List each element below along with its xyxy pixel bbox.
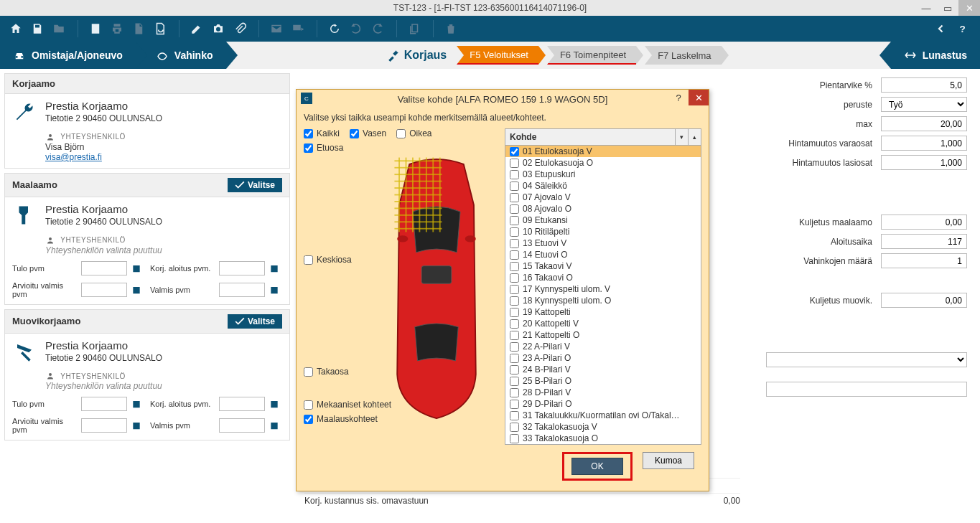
date-aloitus-input[interactable] xyxy=(219,261,265,275)
list-header-dropdown[interactable]: ▾ xyxy=(675,129,688,145)
dialog-close-button[interactable]: ✕ xyxy=(689,90,709,105)
car-diagram[interactable] xyxy=(375,143,498,437)
target-item[interactable]: 24 B-Pilari V xyxy=(505,364,701,375)
target-item[interactable]: 20 Kattopelti V xyxy=(505,318,701,329)
step-f7-calculation[interactable]: F7 Laskelma xyxy=(645,46,721,65)
calendar-icon[interactable] xyxy=(268,262,281,275)
date-aloitus-input-2[interactable] xyxy=(219,397,265,411)
target-checkbox[interactable] xyxy=(510,365,519,374)
vahinkojen-maara-input[interactable] xyxy=(881,253,967,268)
target-item[interactable]: 25 B-Pilari O xyxy=(505,375,701,387)
target-checkbox[interactable] xyxy=(510,342,519,352)
target-item[interactable]: 15 Takaovi V xyxy=(505,260,701,272)
home-icon[interactable] xyxy=(6,19,26,39)
extra-input[interactable] xyxy=(766,382,967,397)
target-item[interactable]: 07 Ajovalo V xyxy=(505,192,701,203)
calendar-icon[interactable] xyxy=(130,419,143,432)
target-checkbox[interactable] xyxy=(510,182,519,191)
target-checkbox[interactable] xyxy=(510,227,519,237)
close-button[interactable]: ✕ xyxy=(958,0,980,16)
target-checkbox[interactable] xyxy=(510,377,519,386)
target-checkbox[interactable] xyxy=(510,388,519,397)
calendar-icon[interactable] xyxy=(130,397,143,410)
target-item[interactable]: 01 Etulokasuoja V xyxy=(505,146,701,157)
dialog-help-button[interactable]: ? xyxy=(668,90,689,105)
attach-icon[interactable] xyxy=(230,19,250,39)
check-vasen[interactable]: Vasen xyxy=(350,128,386,138)
target-checkbox[interactable] xyxy=(510,239,519,248)
target-checkbox[interactable] xyxy=(510,147,519,156)
target-checkbox[interactable] xyxy=(510,434,519,443)
step-f5-charges[interactable]: F5 Veloitukset xyxy=(457,46,538,65)
target-checkbox[interactable] xyxy=(510,423,519,432)
contact-email[interactable]: visa@prestia.fi xyxy=(45,152,282,162)
calendar-icon[interactable] xyxy=(130,262,143,275)
help-icon[interactable]: ? xyxy=(953,19,973,39)
target-item[interactable]: 14 Etuovi O xyxy=(505,249,701,260)
target-item[interactable]: 10 Ritiläpelti xyxy=(505,226,701,237)
target-item[interactable]: 29 D-Pilari O xyxy=(505,398,701,410)
back-arrow-icon[interactable] xyxy=(931,19,951,39)
target-checkbox[interactable] xyxy=(510,354,519,363)
check-takaosa[interactable]: Takaosa xyxy=(304,367,368,377)
target-item[interactable]: 32 Takalokasuoja V xyxy=(505,421,701,433)
cancel-button[interactable]: Kumoa xyxy=(643,452,694,469)
target-item[interactable]: 13 Etuovi V xyxy=(505,237,701,249)
check-keskiosa[interactable]: Keskiosa xyxy=(304,255,368,265)
target-item[interactable]: 08 Ajovalo O xyxy=(505,203,701,215)
kuljetus-muovik-input[interactable] xyxy=(881,293,967,308)
reload-icon[interactable] xyxy=(325,19,345,39)
tab-owner-vehicle[interactable]: Omistaja/Ajoneuvo xyxy=(0,42,136,69)
target-checkbox[interactable] xyxy=(510,331,519,340)
check-maalaus[interactable]: Maalauskohteet xyxy=(304,414,368,424)
date-valmis-input[interactable] xyxy=(219,283,265,297)
list-scroll-up[interactable]: ▴ xyxy=(688,129,701,145)
check-oikea[interactable]: Oikea xyxy=(396,128,431,138)
select-paint-shop-button[interactable]: Valitse xyxy=(228,178,282,192)
target-item[interactable]: 18 Kynnyspelti ulom. O xyxy=(505,295,701,306)
target-item[interactable]: 31 Takaluukku/Kuormatilan ovi O/Takal… xyxy=(505,410,701,421)
refresh-doc-icon[interactable] xyxy=(150,19,170,39)
target-checkbox[interactable] xyxy=(510,285,519,294)
target-checkbox[interactable] xyxy=(510,170,519,179)
date-tulo-input-2[interactable] xyxy=(81,397,127,411)
target-item[interactable]: 02 Etulokasuoja O xyxy=(505,157,701,169)
hm-lasiosat-input[interactable] xyxy=(881,155,967,170)
target-checkbox[interactable] xyxy=(510,319,519,329)
save-icon[interactable] xyxy=(27,19,47,39)
target-checkbox[interactable] xyxy=(510,400,519,409)
date-arvioitu-input-2[interactable] xyxy=(81,418,127,433)
select-plastic-shop-button[interactable]: Valitse xyxy=(228,314,282,329)
pientarvike-input[interactable] xyxy=(881,77,967,93)
date-arvioitu-input[interactable] xyxy=(81,283,127,297)
target-item[interactable]: 23 A-Pilari O xyxy=(505,352,701,364)
target-item[interactable]: 16 Takaovi O xyxy=(505,272,701,283)
target-checkbox[interactable] xyxy=(510,159,519,168)
target-item[interactable]: 09 Etukansi xyxy=(505,215,701,226)
calendar-icon[interactable] xyxy=(268,419,281,432)
target-checkbox[interactable] xyxy=(510,296,519,306)
maximize-button[interactable]: ▭ xyxy=(937,0,958,16)
target-item[interactable]: 04 Säleikkö xyxy=(505,180,701,192)
target-item[interactable]: 17 Kynnyspelti ulom. V xyxy=(505,283,701,295)
max-input[interactable] xyxy=(881,116,967,131)
step-f6-actions[interactable]: F6 Toimenpiteet xyxy=(547,46,636,65)
target-checkbox[interactable] xyxy=(510,204,519,214)
ok-button[interactable]: OK xyxy=(571,458,623,475)
calendar-icon[interactable] xyxy=(268,397,281,410)
calendar-icon[interactable] xyxy=(130,283,143,296)
minimize-button[interactable]: — xyxy=(915,0,937,16)
target-checkbox[interactable] xyxy=(510,262,519,271)
calendar-icon[interactable] xyxy=(268,283,281,296)
tab-redeem[interactable]: Lunastus xyxy=(891,42,980,69)
check-etuosa[interactable]: Etuosa xyxy=(304,143,368,153)
target-item[interactable]: 19 Kattopelti xyxy=(505,306,701,318)
check-kaikki[interactable]: Kaikki xyxy=(304,128,340,138)
target-item[interactable]: 33 Takalokasuoja O xyxy=(505,433,701,444)
calculator-icon[interactable] xyxy=(85,19,106,39)
target-checkbox[interactable] xyxy=(510,250,519,260)
list-header-kohde[interactable]: Kohde xyxy=(505,129,675,145)
target-checkbox[interactable] xyxy=(510,216,519,225)
tab-damage[interactable]: Vahinko xyxy=(136,42,226,69)
aloitusaika-input[interactable] xyxy=(881,234,967,249)
